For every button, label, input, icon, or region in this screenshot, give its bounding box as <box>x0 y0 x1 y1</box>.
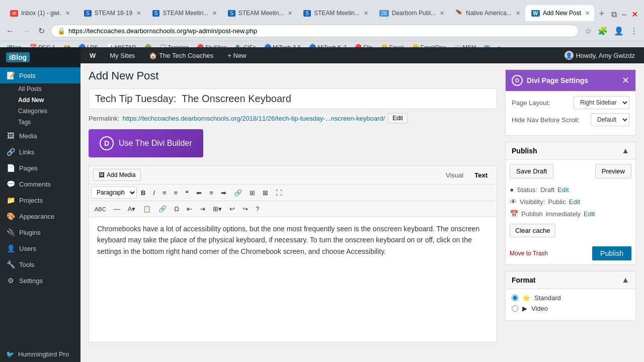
horizontal-rule-button[interactable]: — <box>110 203 124 215</box>
tab-close-native[interactable]: ✕ <box>515 9 521 18</box>
visibility-edit-link[interactable]: Edit <box>569 198 580 206</box>
divi-settings-close-button[interactable]: ✕ <box>622 75 629 86</box>
outdent-button[interactable]: ⇤ <box>183 203 196 215</box>
format-video-radio[interactable] <box>512 305 518 312</box>
sidebar-item-plugins[interactable]: 🔌 Plugins <box>0 224 80 240</box>
bold-button[interactable]: B <box>137 187 149 199</box>
indent-button[interactable]: ⇥ <box>196 203 209 215</box>
align-right-button[interactable]: ➡ <box>217 187 230 199</box>
admin-bar-logo[interactable]: W <box>87 50 99 61</box>
publish-panel-header: Publish ▲ <box>506 142 635 160</box>
address-bar[interactable]: 🔒 https://techcoaches.dearbornschools.or… <box>51 25 579 37</box>
align-left-button[interactable]: ⬅ <box>193 187 205 199</box>
tab-close-steam3[interactable]: ✕ <box>287 9 293 18</box>
tab-visual[interactable]: Visual <box>441 169 468 181</box>
ordered-list-button[interactable]: ≡ <box>171 187 182 199</box>
tab-close-steam1[interactable]: ✕ <box>135 9 142 18</box>
paragraph-format-select[interactable]: Paragraph <box>91 187 137 199</box>
forward-button[interactable]: → <box>20 25 32 38</box>
sidebar-item-appearance[interactable]: 🎨 Appearance <box>0 208 80 224</box>
insert-more-button[interactable]: ⊞ <box>246 187 259 199</box>
tab-close-steam2[interactable]: ✕ <box>211 9 218 18</box>
tab-text[interactable]: Text <box>469 169 493 181</box>
admin-bar-new[interactable]: + New <box>224 50 249 61</box>
sidebar-item-pages[interactable]: 📄 Pages <box>0 160 80 176</box>
clear-formatting-button[interactable]: 🔗 <box>155 203 170 215</box>
post-content-area[interactable]: Chromebooks have a lot of accessibility … <box>89 217 497 342</box>
sidebar-sub-categories[interactable]: Categories <box>12 106 80 117</box>
format-panel-toggle[interactable]: ▲ <box>621 276 629 285</box>
page-layout-select[interactable]: Right Sidebar <box>574 96 629 109</box>
status-edit-link[interactable]: Edit <box>557 186 569 194</box>
sidebar-item-users[interactable]: 👤 Users <box>0 240 80 256</box>
permalink-url[interactable]: https://techcoaches.dearbornschools.org/… <box>122 115 385 122</box>
more-options-button[interactable]: ⋮ <box>628 25 640 37</box>
bookmark-star-button[interactable]: ☆ <box>583 25 594 37</box>
tab-close-addpost[interactable]: ✕ <box>584 9 591 18</box>
add-media-button[interactable]: 🖼 Add Media <box>93 169 141 181</box>
clear-cache-button[interactable]: Clear cache <box>510 224 555 237</box>
blockquote-button[interactable]: ❝ <box>182 187 192 199</box>
publish-when-edit-link[interactable]: Edit <box>584 210 595 218</box>
publish-panel-toggle[interactable]: ▲ <box>621 146 629 155</box>
sidebar-item-media[interactable]: 🖼 Media <box>0 128 80 144</box>
tab-steam1[interactable]: S STEAM 18-19 ✕ <box>78 5 145 21</box>
table-button[interactable]: ⊞▾ <box>209 203 225 215</box>
text-color-button[interactable]: ABC <box>91 204 110 214</box>
post-title-input[interactable] <box>89 88 497 109</box>
hide-nav-select[interactable]: Default <box>591 113 629 126</box>
tab-addpost[interactable]: W Add New Post ✕ <box>525 5 594 21</box>
extensions-button[interactable]: 🧩 <box>596 25 610 37</box>
sidebar-sub-all-posts[interactable]: All Posts <box>12 83 80 95</box>
link-button[interactable]: 🔗 <box>230 187 246 199</box>
toggle-toolbar-button[interactable]: ⊠ <box>259 187 272 199</box>
permalink-edit-button[interactable]: Edit <box>388 113 408 123</box>
tab-steam4[interactable]: S STEAM Meetin... ✕ <box>297 5 372 21</box>
sidebar-item-projects[interactable]: 📁 Projects <box>0 192 80 208</box>
preview-button[interactable]: Preview <box>595 164 631 178</box>
close-window-button[interactable]: ✕ <box>629 8 640 21</box>
tab-gmail[interactable]: ✉ Inbox (1) - gwi... ✕ <box>4 5 77 21</box>
save-draft-button[interactable]: Save Draft <box>510 164 553 178</box>
redo-button[interactable]: ↪ <box>239 203 252 215</box>
browser-tabs: ✉ Inbox (1) - gwi... ✕ S STEAM 18-19 ✕ S… <box>0 0 644 21</box>
tab-close-steam4[interactable]: ✕ <box>363 9 369 18</box>
move-to-trash-link[interactable]: Move to Trash <box>510 250 548 257</box>
url-input[interactable]: https://techcoaches.dearbornschools.org/… <box>68 27 572 35</box>
font-color-picker[interactable]: A▾ <box>124 203 139 215</box>
tab-close-gmail[interactable]: ✕ <box>64 9 71 18</box>
sidebar-item-settings[interactable]: ⚙ Settings <box>0 273 80 289</box>
tab-close-dearborn[interactable]: ✕ <box>439 9 445 18</box>
special-chars-button[interactable]: Ω <box>171 203 183 215</box>
tab-native[interactable]: 🪶 Native America... ✕ <box>449 5 524 21</box>
divi-builder-button[interactable]: D Use The Divi Builder <box>89 129 203 157</box>
sidebar-item-comments[interactable]: 💬 Comments <box>0 176 80 192</box>
tab-steam3[interactable]: S STEAM Meetin... ✕ <box>222 5 296 21</box>
sidebar-item-links[interactable]: 🔗 Links <box>0 144 80 160</box>
sidebar-item-posts[interactable]: 📝 Posts <box>0 67 80 83</box>
publish-button[interactable]: Publish <box>592 246 631 260</box>
unordered-list-button[interactable]: ≡ <box>159 187 170 199</box>
tab-dearborn[interactable]: 26 Dearborn Publ... ✕ <box>373 5 448 21</box>
new-tab-button[interactable]: + <box>595 7 609 21</box>
profile-button[interactable]: 👤 <box>612 25 626 37</box>
minimize-button[interactable]: – <box>620 8 628 21</box>
back-button[interactable]: ← <box>4 25 16 38</box>
admin-bar-site-name[interactable]: 🏠 The Tech Coaches <box>146 50 216 61</box>
admin-bar-howdy[interactable]: 👤 Howdy, Amy Gwizdz <box>561 49 638 62</box>
sidebar-item-tools[interactable]: 🔧 Tools <box>0 256 80 273</box>
italic-button[interactable]: I <box>149 187 158 199</box>
reload-button[interactable]: ↻ <box>36 24 47 38</box>
align-center-button[interactable]: ≡ <box>206 187 217 199</box>
restore-window-button[interactable]: ⧉ <box>609 8 619 21</box>
fullscreen-button[interactable]: ⛶ <box>272 187 286 199</box>
undo-button[interactable]: ↩ <box>226 203 238 215</box>
paste-text-button[interactable]: 📋 <box>139 203 154 215</box>
admin-bar-my-sites[interactable]: My Sites <box>107 50 138 61</box>
sidebar-sub-tags[interactable]: Tags <box>12 117 80 128</box>
sidebar-hummingbird[interactable]: 🐦 Hummingbird Pro <box>0 346 80 362</box>
tab-steam2[interactable]: S STEAM Meetin... ✕ <box>146 5 221 21</box>
help-button[interactable]: ? <box>252 203 263 215</box>
sidebar-sub-add-new[interactable]: Add New <box>12 95 80 106</box>
format-standard-radio[interactable] <box>512 295 518 301</box>
